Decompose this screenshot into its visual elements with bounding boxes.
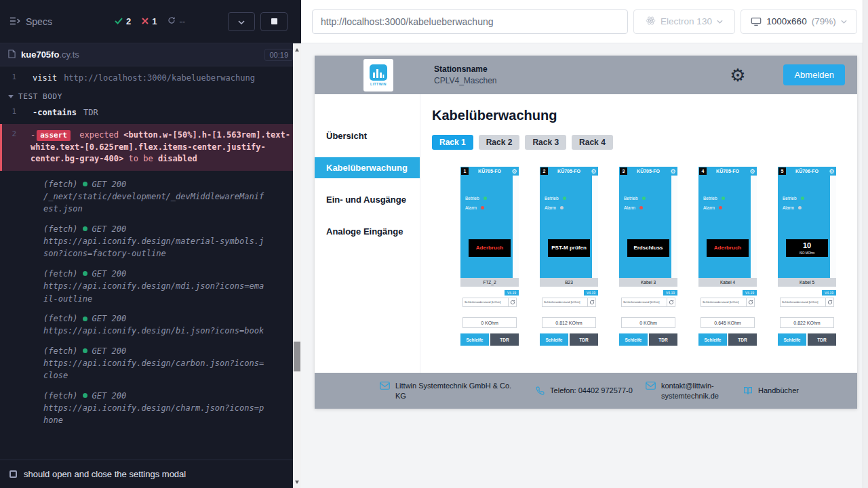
sidebar-item[interactable]: Kabelüberwachung — [315, 157, 420, 178]
footer-item[interactable]: Littwin Systemtechnik GmbH & Co. KG — [380, 381, 523, 401]
network-log-entry[interactable]: (fetch) GET 200 https://api.iconify.desi… — [0, 224, 301, 260]
schleife-button[interactable]: Schleife — [460, 333, 489, 346]
reporter-scrollbar[interactable] — [293, 43, 301, 488]
device-gear-icon[interactable]: ⚙ — [510, 168, 519, 175]
app-main: Kabelüberwachung Rack 1 Rack 2 Rack 3 Ra… — [420, 94, 857, 409]
viewport-size: 1000x660 — [766, 16, 806, 26]
device-gear-icon[interactable]: ⚙ — [748, 168, 757, 175]
tdr-button[interactable]: TDR — [490, 333, 519, 346]
cable-name: Kabel 5 — [778, 278, 836, 287]
device-card-top: 2 KÜ705-FO ⚙ Betrieb Alarm PST-M prüfen — [540, 167, 598, 278]
sidebar-item[interactable]: Übersicht — [315, 125, 420, 146]
firmware-version-tag: V4.19 — [505, 290, 519, 296]
next-test-row[interactable]: should open and close the settings modal — [0, 460, 293, 488]
tdr-button[interactable]: TDR — [808, 333, 836, 346]
app-sidebar: Übersicht Kabelüberwachung Ein- und Ausg… — [315, 94, 420, 409]
book-icon — [743, 386, 753, 395]
betrieb-label: Betrieb — [624, 196, 638, 201]
tdr-button[interactable]: TDR — [570, 333, 598, 346]
tdr-button[interactable]: TDR — [728, 333, 757, 346]
command-name: visit — [33, 73, 57, 83]
resistance-label-box: Schleifenwiderstand [kOhm] — [780, 298, 834, 307]
assert-message: -assert expected <button.w-[50%].h-[1.56… — [31, 129, 293, 165]
firmware-version-tag: V4.19 — [822, 290, 836, 296]
device-scroll-strip — [513, 176, 519, 278]
fetch-url: https://api.iconify.design/charm.json?ic… — [43, 402, 267, 427]
refresh-icon[interactable] — [825, 298, 833, 306]
collapse-all-button[interactable] — [228, 12, 255, 31]
failed-assert-command[interactable]: 2 -assert expected <button.w-[50%].h-[1.… — [0, 124, 301, 170]
device-title: KÜ705-FO — [469, 169, 510, 174]
scrollbar-thumb[interactable] — [294, 342, 300, 371]
device-gear-icon[interactable]: ⚙ — [669, 168, 677, 175]
schleife-button[interactable]: Schleife — [619, 333, 648, 346]
scroll-up-arrow[interactable] — [293, 45, 301, 54]
rack-tab[interactable]: Rack 2 — [479, 135, 520, 150]
refresh-icon[interactable] — [587, 298, 595, 306]
status-text: PST-M prüfen — [551, 245, 587, 251]
alarm-label: Alarm — [624, 205, 635, 210]
command-visit[interactable]: 1 visit http://localhost:3000/kabelueber… — [0, 70, 301, 85]
viewport-selector[interactable]: 1000x660 (79%) — [741, 9, 857, 34]
device-scroll-strip — [830, 176, 836, 278]
tdr-button[interactable]: TDR — [649, 333, 677, 346]
device-number-badge: 2 — [540, 167, 548, 175]
fetch-url: https://api.iconify.design/bi.json?icons… — [43, 325, 264, 338]
schleife-button[interactable]: Schleife — [540, 333, 568, 346]
browser-selector[interactable]: Electron 130 — [633, 9, 735, 34]
network-log-entry[interactable]: (fetch) GET 200 https://api.iconify.desi… — [0, 269, 301, 305]
network-log-entry[interactable]: (fetch) GET 200 /_next/static/developmen… — [0, 180, 301, 216]
scroll-down-arrow[interactable] — [293, 477, 301, 487]
cypress-reporter-panel: Specs 2 1 -- kue705f — [0, 0, 301, 488]
sidebar-item[interactable]: Ein- und Ausgänge — [315, 189, 420, 210]
fetch-status: GET 200 — [92, 346, 127, 356]
success-dot-icon — [83, 182, 87, 186]
cable-name: B23 — [540, 278, 598, 287]
success-dot-icon — [83, 317, 87, 321]
page-title: Kabelüberwachung — [432, 108, 857, 123]
refresh-icon[interactable] — [746, 298, 754, 306]
network-log-entry[interactable]: (fetch) GET 200 https://api.iconify.desi… — [0, 346, 301, 382]
footer-item[interactable]: kontakt@littwin-systemtechnik.de — [646, 381, 730, 401]
firmware-version-tag: V4.19 — [663, 290, 677, 296]
alarm-status-dot — [481, 206, 484, 209]
footer-item[interactable]: Telefon: 04402 972577-0 — [536, 386, 633, 396]
firmware-version-tag: V4.19 — [584, 290, 598, 296]
footer-text: Littwin Systemtechnik GmbH & Co. KG — [395, 381, 523, 401]
stat-failed: 1 — [142, 16, 157, 26]
success-dot-icon — [83, 271, 87, 276]
device-status-display: Aderbruch — [707, 239, 749, 257]
rack-tab[interactable]: Rack 3 — [525, 135, 566, 150]
refresh-icon[interactable] — [667, 298, 675, 306]
resistance-label-box: Schleifenwiderstand [kOhm] — [621, 298, 675, 307]
command-arg: http://localhost:3000/kabelueberwachung — [64, 73, 255, 83]
device-title: KÜ705-FO — [549, 169, 589, 174]
resistance-label-box: Schleifenwiderstand [kOhm] — [462, 298, 517, 307]
alarm-label: Alarm — [783, 205, 794, 210]
specs-menu-button[interactable]: Specs — [9, 16, 52, 27]
network-log-entry[interactable]: (fetch) GET 200 https://api.iconify.desi… — [0, 391, 301, 427]
rack-tab[interactable]: Rack 4 — [572, 135, 613, 150]
schleife-button[interactable]: Schleife — [698, 333, 727, 346]
footer-item[interactable]: Handbücher — [743, 386, 799, 396]
refresh-icon[interactable] — [508, 298, 516, 306]
device-card: 2 KÜ705-FO ⚙ Betrieb Alarm PST-M prüfen … — [540, 167, 598, 346]
schleife-button[interactable]: Schleife — [778, 333, 806, 346]
device-gear-icon[interactable]: ⚙ — [589, 168, 598, 175]
device-gear-icon[interactable]: ⚙ — [827, 168, 836, 175]
page-scrollbar[interactable] — [863, 0, 868, 488]
device-number-badge: 5 — [778, 167, 786, 175]
spec-file-header[interactable]: kue705fo.cy.ts 00:19 — [0, 43, 301, 66]
device-status-display: Aderbruch — [469, 239, 511, 257]
test-body-section-toggle[interactable]: TEST BODY — [0, 92, 301, 101]
logout-button[interactable]: Abmelden — [783, 64, 845, 85]
specs-list-icon — [9, 16, 20, 27]
stop-tests-button[interactable] — [260, 12, 288, 31]
network-log-entry[interactable]: (fetch) GET 200 https://api.iconify.desi… — [0, 314, 301, 338]
rack-tab[interactable]: Rack 1 — [432, 135, 473, 150]
settings-gear-icon[interactable]: ⚙ — [730, 66, 745, 84]
command-contains[interactable]: 1 -contains TDR — [0, 105, 301, 120]
sidebar-item[interactable]: Analoge Eingänge — [315, 221, 420, 242]
app-footer: Littwin Systemtechnik GmbH & Co. KG Tele… — [315, 373, 857, 409]
url-input[interactable] — [321, 16, 619, 27]
